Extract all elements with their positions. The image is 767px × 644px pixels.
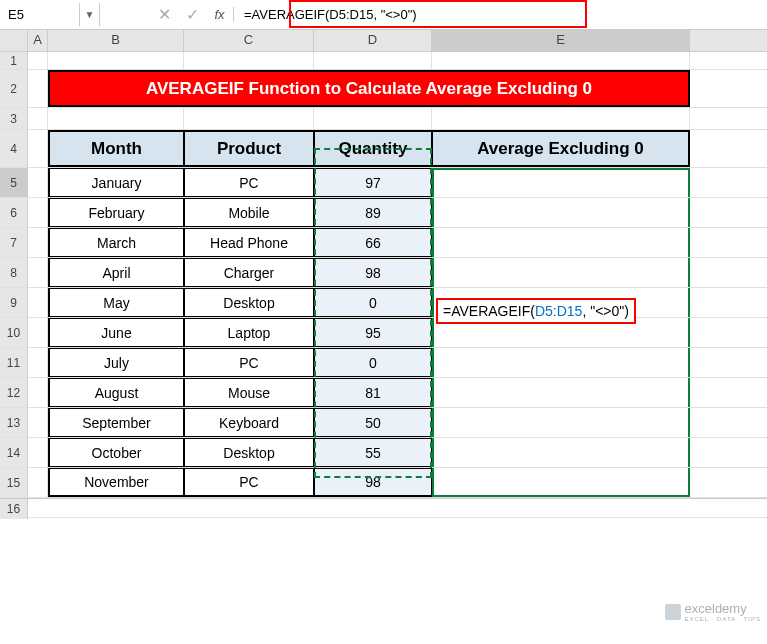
col-header-A[interactable]: A [28,30,48,51]
cell-A12[interactable] [28,378,48,407]
cell-B8[interactable]: April [48,258,184,287]
formula-overlay-cell[interactable]: =AVERAGEIF(D5:D15, "<>0") [436,298,636,324]
cell-E6[interactable] [432,198,690,227]
fx-icon[interactable]: fx [206,7,234,22]
cell-B14[interactable]: October [48,438,184,467]
formula-bar[interactable]: =AVERAGEIF(D5:D15, "<>0") [234,3,767,26]
cell-A9[interactable] [28,288,48,317]
cell-E14[interactable] [432,438,690,467]
formula-text-prefix: =AVERAGEIF( [443,303,535,319]
cell-A5[interactable] [28,168,48,197]
cell-B12[interactable]: August [48,378,184,407]
select-all-corner[interactable] [0,30,28,51]
row-header-6[interactable]: 6 [0,198,28,227]
cell-C9[interactable]: Desktop [184,288,314,317]
cell-C5[interactable]: PC [184,168,314,197]
cancel-icon[interactable] [150,5,178,24]
row-header-1[interactable]: 1 [0,52,28,69]
cell-B10[interactable]: June [48,318,184,347]
cell-D15[interactable]: 98 [314,468,432,497]
cell-E7[interactable] [432,228,690,257]
cell-C13[interactable]: Keyboard [184,408,314,437]
cell-A2[interactable] [28,70,48,107]
cell-D6[interactable]: 89 [314,198,432,227]
cell-B5[interactable]: January [48,168,184,197]
row-header-14[interactable]: 14 [0,438,28,467]
row-header-4[interactable]: 4 [0,130,28,167]
cell-E1[interactable] [432,52,690,69]
cell-C7[interactable]: Head Phone [184,228,314,257]
cell-D3[interactable] [314,108,432,129]
cell-B11[interactable]: July [48,348,184,377]
cell-E13[interactable] [432,408,690,437]
col-header-C[interactable]: C [184,30,314,51]
cell-A8[interactable] [28,258,48,287]
cell-B7[interactable]: March [48,228,184,257]
cell-A10[interactable] [28,318,48,347]
row-header-12[interactable]: 12 [0,378,28,407]
cell-A3[interactable] [28,108,48,129]
cell-B3[interactable] [48,108,184,129]
cell-A7[interactable] [28,228,48,257]
col-header-D[interactable]: D [314,30,432,51]
header-month[interactable]: Month [48,130,184,167]
cell-C10[interactable]: Laptop [184,318,314,347]
row-header-5[interactable]: 5 [0,168,28,197]
cell-A4[interactable] [28,130,48,167]
cell-C6[interactable]: Mobile [184,198,314,227]
cell-B15[interactable]: November [48,468,184,497]
cell-C11[interactable]: PC [184,348,314,377]
row-header-10[interactable]: 10 [0,318,28,347]
cell-E12[interactable] [432,378,690,407]
cell-A13[interactable] [28,408,48,437]
cell-E3[interactable] [432,108,690,129]
row-header-8[interactable]: 8 [0,258,28,287]
name-box[interactable]: E5 [0,3,80,26]
cell-A11[interactable] [28,348,48,377]
cell-D5[interactable]: 97 [314,168,432,197]
cell-B1[interactable] [48,52,184,69]
row-header-13[interactable]: 13 [0,408,28,437]
cell-D8[interactable]: 98 [314,258,432,287]
row-header-9[interactable]: 9 [0,288,28,317]
col-header-B[interactable]: B [48,30,184,51]
row-header-3[interactable]: 3 [0,108,28,129]
cell-C14[interactable]: Desktop [184,438,314,467]
header-quantity[interactable]: Quantity [314,130,432,167]
row-header-7[interactable]: 7 [0,228,28,257]
header-product[interactable]: Product [184,130,314,167]
cell-B13[interactable]: September [48,408,184,437]
row-header-11[interactable]: 11 [0,348,28,377]
cell-C3[interactable] [184,108,314,129]
cell-D10[interactable]: 95 [314,318,432,347]
cell-E5[interactable] [432,168,690,197]
cell-C8[interactable]: Charger [184,258,314,287]
cell-B6[interactable]: February [48,198,184,227]
cell-E11[interactable] [432,348,690,377]
cell-A14[interactable] [28,438,48,467]
cell-B9[interactable]: May [48,288,184,317]
title-cell[interactable]: AVERAGEIF Function to Calculate Average … [48,70,690,107]
cell-D1[interactable] [314,52,432,69]
header-average[interactable]: Average Excluding 0 [432,130,690,167]
cell-C1[interactable] [184,52,314,69]
cell-C12[interactable]: Mouse [184,378,314,407]
cell-D7[interactable]: 66 [314,228,432,257]
cell-A1[interactable] [28,52,48,69]
enter-icon[interactable] [178,5,206,24]
cell-E8[interactable] [432,258,690,287]
row-header-2[interactable]: 2 [0,70,28,107]
cell-D9[interactable]: 0 [314,288,432,317]
cell-A6[interactable] [28,198,48,227]
cell-E15[interactable] [432,468,690,497]
cell-D14[interactable]: 55 [314,438,432,467]
cell-D11[interactable]: 0 [314,348,432,377]
cell-A15[interactable] [28,468,48,497]
row-header-16[interactable]: 16 [0,499,28,519]
row-header-15[interactable]: 15 [0,468,28,497]
col-header-E[interactable]: E [432,30,690,51]
name-box-dropdown[interactable]: ▼ [80,3,100,26]
cell-D13[interactable]: 50 [314,408,432,437]
cell-D12[interactable]: 81 [314,378,432,407]
cell-C15[interactable]: PC [184,468,314,497]
